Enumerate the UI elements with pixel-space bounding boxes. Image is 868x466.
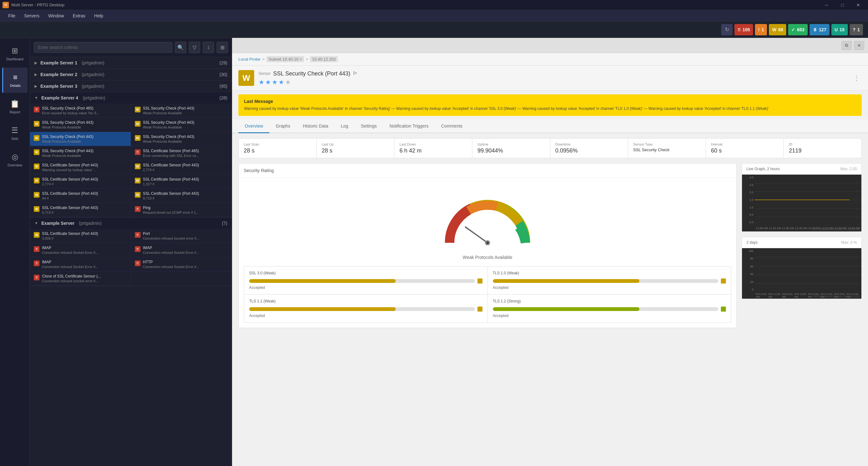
- sensor-item[interactable]: !! IMAP Connection refused Socket Error …: [131, 243, 232, 257]
- sidebar-item-dashboard[interactable]: ⊞ Dashboard: [2, 41, 28, 66]
- sensor-item[interactable]: W SSL Security Check (Port 443) Weak Pro…: [131, 118, 232, 132]
- server-group-header-2[interactable]: ▶ Example Server 2 (prtgadmin) (30): [30, 69, 232, 80]
- sensor-item[interactable]: W SSL Certificate Sensor (Port 443) 2,77…: [30, 175, 131, 189]
- server-group-header-3[interactable]: ▶ Example Server 3 (prtgadmin) (95): [30, 81, 232, 92]
- menu-window[interactable]: Window: [44, 11, 68, 20]
- sidebar-item-overview[interactable]: ◎ Overview: [2, 147, 28, 173]
- filter-button[interactable]: ▽: [189, 42, 200, 53]
- channel-gauge: [249, 307, 483, 312]
- unknown-badge[interactable]: ? 1: [850, 24, 863, 35]
- sensor-info: Port Connection refused (socket error #.…: [143, 231, 228, 240]
- sensor-item[interactable]: W SSL Certificate Sensor (Port 443) 9,71…: [30, 203, 131, 217]
- sensor-item[interactable]: W SSL Certificate Sensor (Port 443) 9,71…: [131, 189, 232, 203]
- paused-count: 127: [819, 27, 826, 32]
- sensor-item[interactable]: W SSL Certificate Sensor (Port 443) 1,32…: [131, 175, 232, 189]
- sensor-desc: 3.006 #: [42, 237, 127, 240]
- server-group-header-4[interactable]: ▼ Example Server 4 (prtgadmin) (28): [30, 92, 232, 103]
- sensor-info: SSL Certificate Sensor (Port 443) 3.006 …: [42, 231, 127, 240]
- tab-historic[interactable]: Historic Data: [297, 120, 334, 133]
- sensor-item[interactable]: !! SSL Certificate Sensor (Port 465) Err…: [131, 146, 232, 160]
- sensor-item[interactable]: W SSL Certificate Sensor (Port 443) 44 #: [30, 189, 131, 203]
- tab-graphs[interactable]: Graphs: [269, 120, 297, 133]
- grid-line: [755, 275, 861, 275]
- server-name-5: Example Server: [41, 221, 74, 226]
- sensor-info: SSL Certificate Sensor (Port 443) 44 #: [42, 191, 127, 200]
- sensor-desc: Error caused by lookup value 'No S...: [42, 111, 127, 115]
- sensor-item[interactable]: W SSL Security Check (Port 443) Weak Pro…: [30, 118, 131, 132]
- server-group-header-5[interactable]: ▼ Example Server (prtgadmin) (7): [30, 218, 232, 229]
- sensor-menu-button[interactable]: ⋮: [851, 73, 862, 83]
- tab-notifications[interactable]: Notification Triggers: [383, 120, 435, 133]
- sensor-item[interactable]: W SSL Security Check (Port 443) Weak Pro…: [30, 146, 131, 160]
- sensor-item[interactable]: !! Clone of SSL Certificate Sensor (... …: [30, 272, 131, 286]
- search-button[interactable]: 🔍: [175, 42, 186, 53]
- sort-button[interactable]: ↕: [203, 42, 214, 53]
- maximize-button[interactable]: □: [835, 0, 850, 10]
- menu-file[interactable]: File: [4, 11, 20, 20]
- sensor-item[interactable]: !! Port Connection refused (socket error…: [131, 229, 232, 243]
- live-graph-body: 3.0 2.5 2.0 1.5 1.0 0.5 0.0: [742, 175, 861, 231]
- sensor-info: Ping Request timed out (ICMP error # 1..…: [143, 206, 228, 214]
- close-button[interactable]: ✕: [851, 0, 866, 10]
- sensor-grid-5: W SSL Certificate Sensor (Port 443) 3.00…: [30, 229, 232, 286]
- sensor-item[interactable]: W SSL Security Check (Port 443) Weak Pro…: [131, 132, 232, 146]
- sensor-item[interactable]: W SSL Certificate Sensor (Port 443) 2,77…: [131, 160, 232, 175]
- search-input[interactable]: [34, 42, 173, 53]
- warning-minor-icon: !: [758, 27, 760, 32]
- sensor-status-badge: W: [238, 70, 254, 86]
- sidebar-item-report[interactable]: 📋 Report: [2, 94, 28, 119]
- paused-badge[interactable]: ⏸ 127: [810, 24, 830, 35]
- ok-badge[interactable]: ✓ 653: [788, 24, 807, 35]
- breadcrumb-local-probe[interactable]: Local Probe: [238, 57, 260, 62]
- warning-minor-badge[interactable]: ! 1: [755, 24, 767, 35]
- grid-line: [755, 248, 861, 248]
- graph-title-2days: 2 days: [746, 240, 757, 245]
- sensor-item[interactable]: W SSL Security Check (Port 443) Weak Pro…: [131, 103, 232, 118]
- sensor-item[interactable]: W SSL Certificate Sensor (Port 443) Warn…: [30, 160, 131, 175]
- menu-help[interactable]: Help: [90, 11, 108, 20]
- tab-settings[interactable]: Settings: [354, 120, 383, 133]
- channel-fill: [493, 279, 640, 283]
- sensor-desc: Connection refused Socket Error #...: [42, 265, 127, 269]
- layout-button[interactable]: ⊞: [217, 42, 228, 53]
- sensor-name: SSL Security Check (Port 443): [42, 134, 127, 139]
- sensor-desc: 2,774 #: [143, 168, 228, 172]
- sensor-item-selected[interactable]: W SSL Security Check (Port 443) Weak Pro…: [30, 132, 131, 146]
- tab-overview[interactable]: Overview: [238, 120, 269, 133]
- sensor-name: SSL Certificate Sensor (Port 443): [42, 231, 127, 236]
- stat-label: Last Down: [399, 143, 467, 146]
- refresh-button[interactable]: ↻: [721, 24, 733, 35]
- stat-value: 28 s: [322, 148, 389, 154]
- warning-badge[interactable]: W 68: [769, 24, 786, 35]
- sensor-item[interactable]: !! IMAP Connection refused Socket Error …: [30, 243, 131, 257]
- tabs: Overview Graphs Historic Data Log Settin…: [232, 120, 868, 133]
- stat-last-down: Last Down 6 h 42 m: [394, 138, 472, 158]
- sensor-item[interactable]: W SSL Certificate Sensor (Port 443) 3.00…: [30, 229, 131, 243]
- minimize-button[interactable]: ─: [819, 0, 834, 10]
- sensor-item[interactable]: !! IMAP Connection refused Socket Error …: [30, 257, 131, 272]
- gauge-container: Weak Protocols Available: [244, 183, 731, 266]
- sensor-item[interactable]: !! Ping Request timed out (ICMP error # …: [131, 203, 232, 217]
- menu-servers[interactable]: Servers: [20, 11, 44, 20]
- server-group-header-1[interactable]: ▶ Example Server 1 (prtgadmin) (29): [30, 57, 232, 68]
- sensor-status-icon: W: [135, 178, 141, 183]
- graph-lines-2days: [755, 248, 861, 292]
- menu-extras[interactable]: Extras: [68, 11, 90, 20]
- sensor-desc: Connection refused Socket Error #...: [42, 251, 127, 254]
- detail-restore-button[interactable]: ⧉: [841, 41, 851, 50]
- grid-line: [755, 266, 861, 266]
- sensor-item[interactable]: !! SSL Security Check (Port 465) Error c…: [30, 103, 131, 118]
- sidebar-item-details[interactable]: ≡ Details: [2, 68, 28, 93]
- sensor-status-icon: !!: [135, 232, 141, 238]
- detail-header-bar: ⧉ ✕: [232, 38, 868, 53]
- sensor-info: SSL Certificate Sensor (Port 465) Error …: [143, 149, 228, 158]
- sidebar-item-sets[interactable]: ☰ Sets: [2, 121, 28, 146]
- unusual-badge[interactable]: U 15: [831, 24, 848, 35]
- sensor-item[interactable]: !! HTTP Connection refused Socket Error …: [131, 257, 232, 272]
- detail-close-button[interactable]: ✕: [854, 41, 864, 50]
- sensor-status-icon: W: [135, 135, 141, 141]
- sensor-name: SSL Certificate Sensor (Port 443): [42, 177, 127, 182]
- tab-log[interactable]: Log: [334, 120, 354, 133]
- critical-badge[interactable]: !! 105: [735, 24, 753, 35]
- tab-comments[interactable]: Comments: [435, 120, 469, 133]
